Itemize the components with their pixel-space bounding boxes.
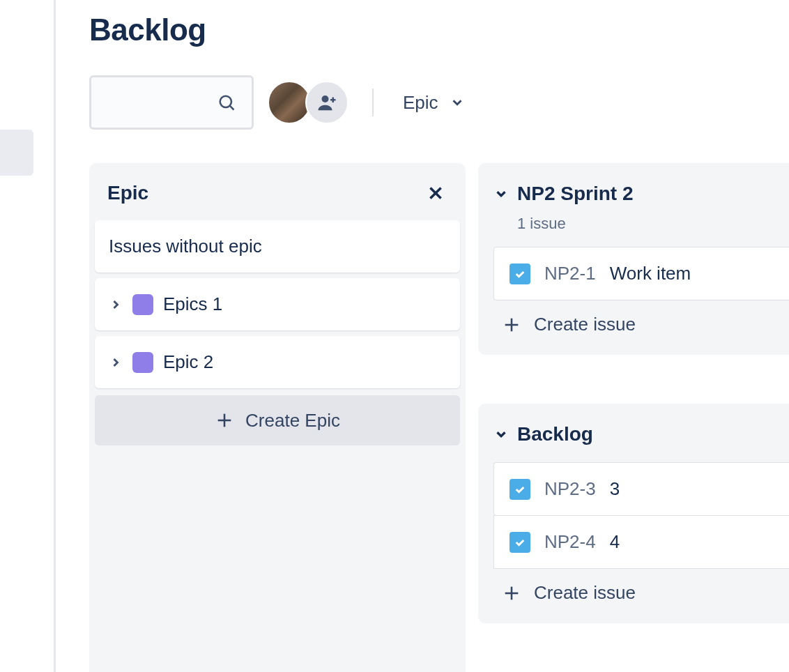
create-issue-label: Create issue: [534, 582, 636, 604]
issue-key: NP2-1: [544, 263, 596, 284]
issue-summary: 3: [610, 478, 620, 500]
epic-panel: Epic Issues without epic Epics 1: [89, 163, 466, 672]
main-content: Backlog Epic: [89, 0, 789, 672]
avatar-stack: [268, 81, 348, 124]
chevron-down-icon: [493, 186, 509, 201]
chevron-down-icon: [493, 427, 509, 442]
epic-name: Epics 1: [163, 293, 222, 315]
issue-row[interactable]: NP2-4 4: [493, 515, 789, 569]
create-epic-button[interactable]: Create Epic: [95, 395, 460, 445]
epic-item[interactable]: Epic 2: [95, 336, 460, 388]
epic-filter-label: Epic: [403, 92, 438, 114]
epic-panel-header: Epic: [95, 169, 460, 220]
backlog-header[interactable]: Backlog: [493, 423, 789, 445]
issue-summary: 4: [610, 531, 620, 553]
issue-row[interactable]: NP2-1 Work item: [493, 247, 789, 300]
issue-key: NP2-4: [544, 531, 596, 553]
chevron-right-icon: [109, 356, 123, 369]
epic-panel-title: Epic: [107, 182, 148, 204]
epic-filter-dropdown[interactable]: Epic: [397, 88, 470, 118]
sprint-title: NP2 Sprint 2: [517, 183, 633, 205]
plus-icon: [502, 583, 521, 603]
add-user-button[interactable]: [305, 81, 348, 124]
issue-summary: Work item: [610, 263, 691, 284]
epic-color-swatch: [132, 352, 153, 373]
svg-point-0: [220, 96, 231, 107]
user-avatar[interactable]: [268, 81, 311, 124]
sprint-issue-count: 1 issue: [517, 215, 789, 233]
epic-name: Epic 2: [163, 351, 213, 373]
issue-row[interactable]: NP2-3 3: [493, 462, 789, 516]
epic-panel-close-button[interactable]: [424, 181, 447, 205]
plus-icon: [215, 411, 234, 430]
issue-key: NP2-3: [544, 478, 596, 500]
create-epic-label: Create Epic: [245, 410, 340, 432]
toolbar-divider: [372, 89, 374, 116]
epic-item[interactable]: Epics 1: [95, 278, 460, 330]
page-title: Backlog: [89, 13, 789, 47]
create-issue-button[interactable]: Create issue: [493, 568, 789, 608]
create-issue-button[interactable]: Create issue: [493, 300, 789, 339]
add-user-icon: [316, 92, 337, 113]
svg-point-2: [322, 96, 329, 102]
sprint-header[interactable]: NP2 Sprint 2: [493, 183, 789, 205]
issues-without-epic[interactable]: Issues without epic: [95, 220, 460, 273]
backlog-title: Backlog: [517, 423, 593, 445]
backlog-column: NP2 Sprint 2 1 issue NP2-1 Work item Cre…: [478, 163, 789, 672]
svg-line-1: [230, 106, 234, 110]
create-issue-label: Create issue: [534, 314, 636, 335]
task-icon: [510, 532, 530, 553]
chevron-down-icon: [450, 95, 465, 110]
sidebar-collapsed-item[interactable]: [0, 130, 33, 176]
chevron-right-icon: [109, 298, 123, 312]
sprint-section: NP2 Sprint 2 1 issue NP2-1 Work item Cre…: [478, 163, 789, 355]
plus-icon: [502, 315, 521, 335]
backlog-section: Backlog NP2-3 3 NP2-4 4: [478, 404, 789, 623]
task-icon: [510, 264, 530, 284]
toolbar: Epic: [89, 75, 789, 130]
issues-without-epic-label: Issues without epic: [109, 236, 262, 257]
search-icon: [217, 93, 236, 112]
left-rail: [0, 0, 56, 672]
epic-color-swatch: [132, 294, 153, 315]
task-icon: [510, 479, 530, 500]
close-icon: [427, 184, 445, 202]
search-input[interactable]: [89, 75, 254, 130]
